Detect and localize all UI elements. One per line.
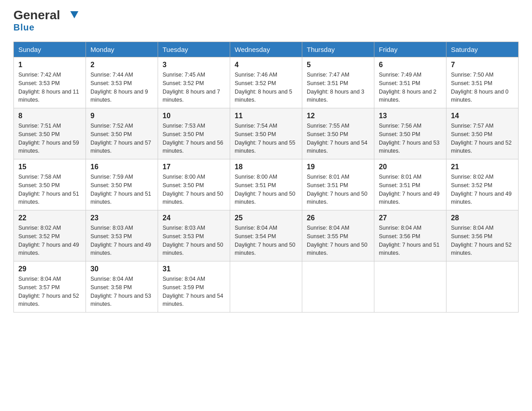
weekday-header-tuesday: Tuesday	[158, 42, 230, 57]
day-info: Sunrise: 8:04 AM Sunset: 3:58 PM Dayligh…	[90, 275, 153, 308]
day-number: 20	[379, 163, 442, 171]
calendar-cell	[374, 261, 446, 313]
day-number: 21	[451, 163, 514, 171]
day-info: Sunrise: 7:54 AM Sunset: 3:50 PM Dayligh…	[235, 122, 297, 155]
logo-blue: Blue	[13, 22, 34, 33]
day-info: Sunrise: 7:55 AM Sunset: 3:50 PM Dayligh…	[307, 122, 369, 155]
day-number: 22	[18, 214, 81, 222]
day-info: Sunrise: 7:53 AM Sunset: 3:50 PM Dayligh…	[163, 122, 225, 155]
calendar-cell	[446, 261, 519, 313]
day-number: 23	[90, 214, 153, 222]
calendar-cell: 26 Sunrise: 8:04 AM Sunset: 3:55 PM Dayl…	[302, 210, 374, 261]
calendar-cell: 1 Sunrise: 7:42 AM Sunset: 3:53 PM Dayli…	[14, 57, 86, 108]
day-info: Sunrise: 7:44 AM Sunset: 3:53 PM Dayligh…	[90, 71, 153, 104]
calendar-cell: 28 Sunrise: 8:04 AM Sunset: 3:56 PM Dayl…	[446, 210, 519, 261]
day-info: Sunrise: 8:00 AM Sunset: 3:51 PM Dayligh…	[235, 173, 297, 206]
day-info: Sunrise: 8:04 AM Sunset: 3:56 PM Dayligh…	[379, 224, 442, 257]
calendar-cell: 24 Sunrise: 8:03 AM Sunset: 3:53 PM Dayl…	[158, 210, 230, 261]
day-info: Sunrise: 7:42 AM Sunset: 3:53 PM Dayligh…	[18, 71, 81, 104]
calendar-cell: 11 Sunrise: 7:54 AM Sunset: 3:50 PM Dayl…	[230, 108, 302, 159]
day-number: 9	[90, 112, 153, 120]
day-info: Sunrise: 8:00 AM Sunset: 3:50 PM Dayligh…	[163, 173, 225, 206]
day-number: 2	[90, 61, 153, 69]
calendar-cell: 13 Sunrise: 7:56 AM Sunset: 3:50 PM Dayl…	[374, 108, 446, 159]
calendar-cell: 7 Sunrise: 7:50 AM Sunset: 3:51 PM Dayli…	[446, 57, 519, 108]
day-number: 8	[18, 112, 81, 120]
calendar-cell: 4 Sunrise: 7:46 AM Sunset: 3:52 PM Dayli…	[230, 57, 302, 108]
day-info: Sunrise: 8:02 AM Sunset: 3:52 PM Dayligh…	[18, 224, 81, 257]
day-number: 28	[451, 214, 514, 222]
weekday-header-thursday: Thursday	[302, 42, 374, 57]
calendar-week-row: 29 Sunrise: 8:04 AM Sunset: 3:57 PM Dayl…	[14, 261, 519, 313]
day-number: 10	[163, 112, 225, 120]
day-info: Sunrise: 7:46 AM Sunset: 3:52 PM Dayligh…	[235, 71, 297, 104]
day-number: 26	[307, 214, 369, 222]
day-info: Sunrise: 8:04 AM Sunset: 3:55 PM Dayligh…	[307, 224, 369, 257]
day-info: Sunrise: 8:04 AM Sunset: 3:59 PM Dayligh…	[163, 275, 225, 308]
weekday-header-monday: Monday	[86, 42, 158, 57]
day-number: 15	[18, 163, 81, 171]
day-number: 24	[163, 214, 225, 222]
day-info: Sunrise: 7:51 AM Sunset: 3:50 PM Dayligh…	[18, 122, 81, 155]
day-number: 13	[379, 112, 442, 120]
calendar-cell: 10 Sunrise: 7:53 AM Sunset: 3:50 PM Dayl…	[158, 108, 230, 159]
calendar-header-row: SundayMondayTuesdayWednesdayThursdayFrid…	[14, 42, 519, 57]
calendar-cell: 14 Sunrise: 7:57 AM Sunset: 3:50 PM Dayl…	[446, 108, 519, 159]
day-number: 11	[235, 112, 297, 120]
day-number: 18	[235, 163, 297, 171]
day-info: Sunrise: 8:04 AM Sunset: 3:54 PM Dayligh…	[235, 224, 297, 257]
day-info: Sunrise: 7:49 AM Sunset: 3:51 PM Dayligh…	[379, 71, 442, 104]
calendar-cell: 5 Sunrise: 7:47 AM Sunset: 3:51 PM Dayli…	[302, 57, 374, 108]
day-info: Sunrise: 8:04 AM Sunset: 3:56 PM Dayligh…	[451, 224, 514, 257]
day-number: 31	[163, 265, 225, 273]
day-info: Sunrise: 7:58 AM Sunset: 3:50 PM Dayligh…	[18, 173, 81, 206]
day-number: 5	[307, 61, 369, 69]
day-info: Sunrise: 8:04 AM Sunset: 3:57 PM Dayligh…	[18, 275, 81, 308]
calendar-cell: 6 Sunrise: 7:49 AM Sunset: 3:51 PM Dayli…	[374, 57, 446, 108]
day-info: Sunrise: 7:56 AM Sunset: 3:50 PM Dayligh…	[379, 122, 442, 155]
day-number: 29	[18, 265, 81, 273]
day-info: Sunrise: 7:52 AM Sunset: 3:50 PM Dayligh…	[90, 122, 153, 155]
calendar-cell: 29 Sunrise: 8:04 AM Sunset: 3:57 PM Dayl…	[14, 261, 86, 313]
day-number: 25	[235, 214, 297, 222]
calendar-cell: 2 Sunrise: 7:44 AM Sunset: 3:53 PM Dayli…	[86, 57, 158, 108]
calendar-cell	[302, 261, 374, 313]
day-number: 14	[451, 112, 514, 120]
day-info: Sunrise: 8:03 AM Sunset: 3:53 PM Dayligh…	[90, 224, 153, 257]
calendar-table: SundayMondayTuesdayWednesdayThursdayFrid…	[13, 42, 519, 313]
calendar-cell: 12 Sunrise: 7:55 AM Sunset: 3:50 PM Dayl…	[302, 108, 374, 159]
calendar-week-row: 22 Sunrise: 8:02 AM Sunset: 3:52 PM Dayl…	[14, 210, 519, 261]
day-info: Sunrise: 7:59 AM Sunset: 3:50 PM Dayligh…	[90, 173, 153, 206]
day-number: 27	[379, 214, 442, 222]
day-info: Sunrise: 8:03 AM Sunset: 3:53 PM Dayligh…	[163, 224, 225, 257]
logo: General Blue	[13, 9, 78, 33]
day-number: 4	[235, 61, 297, 69]
day-info: Sunrise: 8:01 AM Sunset: 3:51 PM Dayligh…	[379, 173, 442, 206]
day-info: Sunrise: 7:57 AM Sunset: 3:50 PM Dayligh…	[451, 122, 514, 155]
calendar-cell: 21 Sunrise: 8:02 AM Sunset: 3:52 PM Dayl…	[446, 159, 519, 210]
calendar-cell	[230, 261, 302, 313]
svg-marker-0	[70, 11, 78, 18]
calendar-cell: 22 Sunrise: 8:02 AM Sunset: 3:52 PM Dayl…	[14, 210, 86, 261]
day-number: 6	[379, 61, 442, 69]
day-info: Sunrise: 7:47 AM Sunset: 3:51 PM Dayligh…	[307, 71, 369, 104]
calendar-cell: 17 Sunrise: 8:00 AM Sunset: 3:50 PM Dayl…	[158, 159, 230, 210]
calendar-week-row: 8 Sunrise: 7:51 AM Sunset: 3:50 PM Dayli…	[14, 108, 519, 159]
calendar-week-row: 15 Sunrise: 7:58 AM Sunset: 3:50 PM Dayl…	[14, 159, 519, 210]
weekday-header-friday: Friday	[374, 42, 446, 57]
calendar-cell: 3 Sunrise: 7:45 AM Sunset: 3:52 PM Dayli…	[158, 57, 230, 108]
day-number: 30	[90, 265, 153, 273]
calendar-cell: 16 Sunrise: 7:59 AM Sunset: 3:50 PM Dayl…	[86, 159, 158, 210]
day-number: 19	[307, 163, 369, 171]
calendar-cell: 8 Sunrise: 7:51 AM Sunset: 3:50 PM Dayli…	[14, 108, 86, 159]
page-header: General Blue	[13, 9, 519, 33]
logo-general: General	[13, 9, 69, 21]
calendar-cell: 27 Sunrise: 8:04 AM Sunset: 3:56 PM Dayl…	[374, 210, 446, 261]
day-number: 12	[307, 112, 369, 120]
calendar-cell: 25 Sunrise: 8:04 AM Sunset: 3:54 PM Dayl…	[230, 210, 302, 261]
weekday-header-wednesday: Wednesday	[230, 42, 302, 57]
calendar-cell: 23 Sunrise: 8:03 AM Sunset: 3:53 PM Dayl…	[86, 210, 158, 261]
logo-arrow-icon	[70, 11, 78, 18]
day-number: 16	[90, 163, 153, 171]
day-info: Sunrise: 8:02 AM Sunset: 3:52 PM Dayligh…	[451, 173, 514, 206]
